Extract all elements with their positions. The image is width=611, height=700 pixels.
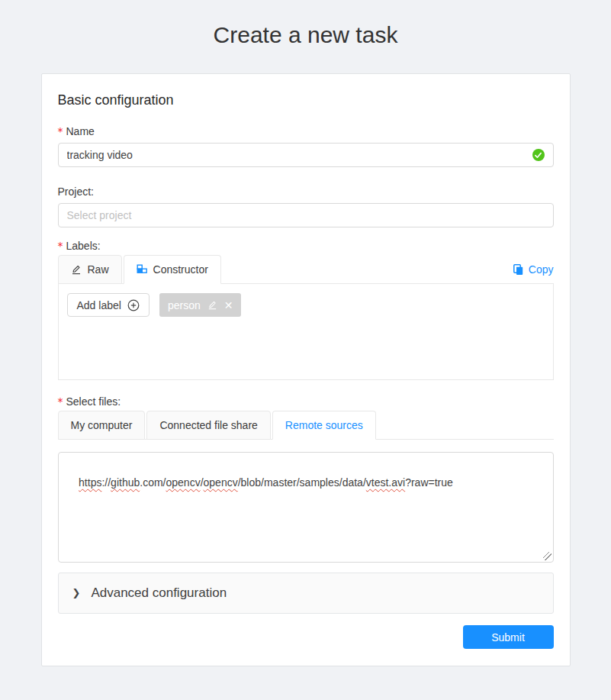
- url-segment: .com/: [140, 476, 166, 489]
- project-placeholder: Select project: [67, 209, 132, 221]
- tab-constructor[interactable]: Constructor: [124, 255, 221, 284]
- url-segment: https: [79, 476, 101, 489]
- plus-circle-icon: [127, 299, 140, 311]
- project-label: Project:: [58, 185, 554, 198]
- label-tag-person[interactable]: person ✕: [159, 293, 242, 317]
- advanced-configuration-collapse[interactable]: ❯ Advanced configuration: [58, 573, 554, 614]
- url-segment: opencv: [166, 476, 200, 489]
- copy-icon: [513, 264, 523, 276]
- tab-raw[interactable]: Raw: [58, 255, 122, 284]
- name-input[interactable]: [67, 149, 532, 161]
- add-label-button[interactable]: Add label: [67, 293, 150, 317]
- labels-constructor-panel: Add label person ✕: [58, 283, 554, 380]
- section-title: Basic configuration: [58, 92, 554, 108]
- file-tabs-wrap: My computer Connected file share Remote …: [58, 411, 554, 440]
- name-label: *Name: [58, 125, 554, 137]
- build-icon: [137, 264, 147, 275]
- close-icon[interactable]: ✕: [224, 299, 233, 311]
- labels-label: *Labels:: [58, 240, 554, 252]
- tab-my-computer-label: My computer: [71, 419, 133, 431]
- resize-handle[interactable]: [543, 552, 552, 560]
- required-asterisk: *: [58, 395, 63, 408]
- submit-row: Submit: [58, 625, 554, 649]
- name-field-wrapper: [58, 143, 554, 167]
- required-asterisk: *: [58, 240, 63, 252]
- url-segment: vtest.avi: [366, 476, 405, 489]
- submit-button[interactable]: Submit: [463, 625, 554, 649]
- remote-urls-textarea[interactable]: https://github.com/opencv/opencv/blob/ma…: [58, 452, 554, 563]
- project-select[interactable]: Select project: [58, 203, 554, 227]
- select-files-label: *Select files:: [58, 395, 554, 408]
- label-tag-name: person: [168, 299, 201, 311]
- edit-icon: [71, 264, 82, 275]
- tab-remote-sources[interactable]: Remote sources: [272, 411, 376, 440]
- url-segment: /blob/master/samples/data/: [238, 476, 366, 489]
- url-segment: ://: [101, 476, 111, 489]
- url-segment: ?raw=true: [405, 476, 453, 489]
- tab-connected-file-share-label: Connected file share: [159, 419, 257, 431]
- page-title: Create a new task: [0, 0, 611, 50]
- tab-remote-sources-label: Remote sources: [285, 419, 363, 431]
- copy-labels-link[interactable]: Copy: [513, 263, 554, 276]
- create-task-card: Basic configuration *Name Project: Selec…: [41, 73, 571, 666]
- chevron-right-icon: ❯: [72, 587, 81, 598]
- tab-my-computer[interactable]: My computer: [58, 411, 146, 440]
- edit-icon[interactable]: [207, 300, 217, 310]
- tab-raw-label: Raw: [88, 263, 109, 276]
- tab-connected-file-share[interactable]: Connected file share: [146, 411, 270, 440]
- url-segment: github: [111, 476, 140, 489]
- tab-constructor-label: Constructor: [153, 263, 208, 276]
- advanced-configuration-label: Advanced configuration: [91, 585, 227, 601]
- required-asterisk: *: [58, 125, 63, 137]
- success-check-icon: [532, 149, 545, 161]
- labels-tabbar: Raw Constructor: [58, 255, 223, 284]
- copy-link-label: Copy: [529, 263, 554, 276]
- file-tabbar: My computer Connected file share Remote …: [58, 411, 554, 440]
- labels-tabbar-row: Raw Constructor Copy: [58, 255, 554, 284]
- url-segment: opencv: [204, 476, 238, 489]
